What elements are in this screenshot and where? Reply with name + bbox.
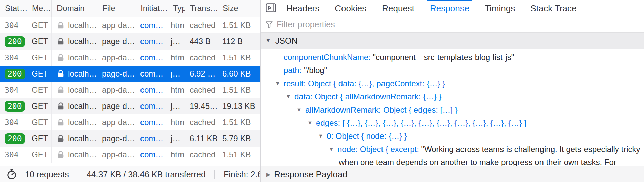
stopwatch-icon[interactable] — [6, 169, 17, 180]
column-header-method[interactable]: Me… — [27, 0, 52, 17]
expand-arrow-icon[interactable]: ▶ — [266, 171, 270, 178]
lock-icon — [56, 70, 65, 78]
json-tree-node[interactable]: ▼allMarkdownRemark: Object { edges: […] … — [261, 103, 644, 116]
status-code: 200 — [5, 69, 25, 79]
type-cell: j… — [168, 98, 185, 114]
size-cell: 1.51 KB — [217, 50, 260, 66]
json-section-header[interactable]: ▼ JSON — [261, 33, 644, 49]
json-tree-node[interactable]: ▼node: Object { excerpt: "Working across… — [261, 143, 644, 166]
method-cell: GET — [27, 147, 52, 163]
domain-label: localh… — [68, 21, 97, 30]
status-bar-divider — [78, 170, 78, 179]
expand-arrow-icon[interactable]: ▼ — [274, 77, 282, 90]
status-code: 200 — [5, 133, 25, 144]
network-request-row[interactable]: 200 GET localh… page-d… com… j… 443 B 11… — [0, 33, 260, 50]
status-code: 304 — [5, 86, 19, 94]
network-request-row[interactable]: 304 GET localh… app-da… com… htm cached … — [0, 147, 260, 163]
expand-arrow-icon[interactable]: ▼ — [284, 90, 292, 103]
status-code: 304 — [5, 21, 19, 30]
json-tree-node[interactable]: ▼data: Object { allMarkdownRemark: {…} } — [261, 90, 644, 103]
json-tree-node[interactable]: ▼edges: [ {…}, {…}, {…}, {…}, {…}, {…}, … — [261, 116, 644, 129]
network-request-row[interactable]: 304 GET localh… app-da… com… htm cached … — [0, 50, 260, 66]
json-tree-node[interactable]: ▼0: Object { node: {…} } — [261, 129, 644, 143]
lock-icon — [56, 134, 65, 143]
domain-label: localh… — [68, 101, 97, 111]
network-request-row[interactable]: 304 GET localh… app-da… com… htm cached … — [0, 82, 260, 98]
type-cell: htm — [168, 17, 185, 33]
network-request-row[interactable]: 200 GET localh… page-d… com… j… 6.92 … 6… — [0, 66, 260, 82]
tab-timings[interactable]: Timings — [482, 0, 518, 16]
network-request-row[interactable]: 304 GET localh… app-da… com… htm cached … — [0, 17, 260, 33]
status-code: 200 — [5, 36, 25, 47]
column-header-initiator[interactable]: Initiat… — [135, 0, 168, 17]
initiator-link[interactable]: com… — [140, 69, 163, 79]
method-cell: GET — [27, 114, 52, 130]
initiator-cell: com… — [135, 130, 168, 147]
network-request-row[interactable]: 200 GET localh… page-d… com… j… 19.45… 1… — [0, 98, 260, 114]
json-key: componentChunkName: — [284, 53, 373, 62]
type-cell: j… — [168, 130, 185, 147]
request-detail-panel: HeadersCookiesRequestResponseTimingsStac… — [261, 0, 644, 182]
method-cell: GET — [27, 130, 52, 147]
expand-arrow-icon[interactable]: ▼ — [295, 103, 303, 116]
transferred-cell: cached — [185, 147, 217, 163]
toggle-sidebar-icon[interactable] — [266, 3, 276, 12]
transferred-total: 44.37 KB / 38.46 KB transferred — [87, 170, 206, 179]
json-tree-node[interactable]: ▼result: Object { data: {…}, pageContext… — [261, 77, 644, 90]
column-header-transferred[interactable]: Trans… — [185, 0, 217, 17]
json-key: 0: Object { node: {…} } — [327, 131, 407, 141]
initiator-link[interactable]: com… — [140, 134, 163, 143]
column-header-domain[interactable]: Domain — [52, 0, 97, 17]
method-cell: GET — [27, 66, 52, 82]
type-cell: htm — [168, 50, 185, 66]
tab-response[interactable]: Response — [427, 0, 472, 16]
collapse-arrow-icon[interactable]: ▼ — [265, 37, 271, 44]
expand-arrow-icon[interactable]: ▼ — [317, 129, 325, 143]
domain-label: localh… — [68, 118, 97, 127]
size-cell: 5.79 KB — [217, 130, 260, 147]
initiator-link[interactable]: com… — [140, 101, 163, 111]
json-tree-node[interactable]: ▼path: "/blog" — [261, 64, 644, 77]
filter-properties-input[interactable] — [277, 20, 644, 29]
column-header-status[interactable]: Stat… — [0, 0, 27, 17]
json-key: edges: [ {…}, {…}, {…}, {…}, {…}, {…}, {… — [316, 118, 526, 127]
initiator-link[interactable]: com… — [140, 85, 163, 95]
network-request-row[interactable]: 200 GET localh… page-d… com… j… 6.11 KB … — [0, 130, 260, 147]
file-cell: app-da… — [97, 147, 135, 163]
initiator-link[interactable]: com… — [140, 21, 163, 30]
json-tree-node[interactable]: ▼componentChunkName: "component---src-te… — [261, 51, 644, 64]
initiator-cell: com… — [135, 17, 168, 33]
expand-arrow-icon[interactable]: ▼ — [306, 116, 314, 129]
json-key: allMarkdownRemark: Object { edges: […] } — [305, 105, 458, 114]
column-header-size[interactable]: Size — [217, 0, 260, 17]
domain-cell: localh… — [52, 82, 97, 98]
status-code: 304 — [5, 150, 19, 159]
expand-arrow-icon[interactable]: ▼ — [327, 143, 335, 156]
json-value: "Working across teams is challenging. It… — [421, 145, 640, 154]
domain-label: localh… — [68, 85, 97, 95]
tab-headers[interactable]: Headers — [283, 0, 322, 16]
method-cell: GET — [27, 82, 52, 98]
lock-icon — [56, 102, 65, 111]
initiator-link[interactable]: com… — [140, 53, 163, 62]
domain-cell: localh… — [52, 98, 97, 114]
tab-cookies[interactable]: Cookies — [332, 0, 369, 16]
request-list-panel: Stat… Me… Domain File Initiat… Typ Trans… — [0, 0, 261, 182]
initiator-link[interactable]: com… — [140, 118, 163, 127]
initiator-link[interactable]: com… — [140, 150, 163, 159]
lock-icon — [56, 86, 65, 94]
response-payload-section[interactable]: ▶ Response Payload — [261, 166, 644, 182]
type-cell: j… — [168, 33, 185, 50]
file-cell: app-da… — [97, 17, 135, 33]
column-header-file[interactable]: File — [97, 0, 135, 17]
tab-request[interactable]: Request — [379, 0, 417, 16]
size-cell: 1.51 KB — [217, 147, 260, 163]
status-cell: 304 — [0, 50, 27, 66]
properties-filter-row — [261, 16, 644, 33]
network-request-row[interactable]: 304 GET localh… app-da… com… htm cached … — [0, 114, 260, 130]
file-cell: app-da… — [97, 82, 135, 98]
tab-stack-trace[interactable]: Stack Trace — [527, 0, 579, 16]
domain-cell: localh… — [52, 147, 97, 163]
initiator-link[interactable]: com… — [140, 37, 163, 46]
column-header-type[interactable]: Typ — [168, 0, 185, 17]
